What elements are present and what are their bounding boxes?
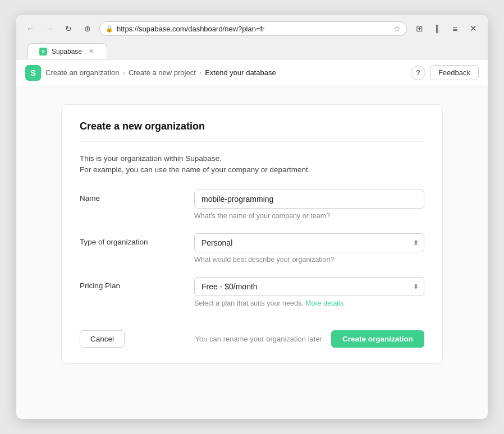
- chart-button[interactable]: ∥: [429, 21, 445, 36]
- breadcrumb-sep-2: ›: [199, 68, 201, 77]
- back-button[interactable]: ←: [23, 21, 38, 36]
- new-tab-button[interactable]: ⊕: [80, 21, 95, 36]
- create-organization-button[interactable]: Create organization: [331, 330, 424, 348]
- menu-button[interactable]: ≡: [447, 21, 463, 36]
- description-line1: This is your organization within Supabas…: [80, 153, 424, 164]
- pricing-select[interactable]: Free - $0/month Pro - $25/month Team - $…: [194, 277, 424, 296]
- breadcrumb-sep-1: ›: [123, 68, 125, 77]
- supabase-logo: S: [25, 65, 41, 81]
- url-text: https://supabase.com/dashboard/new?plan=…: [117, 25, 390, 33]
- card-description: This is your organization within Supabas…: [80, 153, 424, 176]
- reload-button[interactable]: ↻: [61, 21, 76, 36]
- type-label: Type of organization: [80, 233, 181, 246]
- pricing-field-row: Pricing Plan Free - $0/month Pro - $25/m…: [80, 277, 424, 307]
- app-bar: S Create an organization › Create a new …: [16, 59, 488, 86]
- pricing-select-wrapper: Free - $0/month Pro - $25/month Team - $…: [194, 277, 424, 296]
- tab-close-icon[interactable]: ✕: [86, 47, 95, 56]
- help-button[interactable]: ?: [411, 66, 425, 80]
- breadcrumb: Create an organization › Create a new pr…: [45, 68, 406, 77]
- name-hint: What's the name of your company or team?: [194, 212, 424, 220]
- type-hint: What would best describe your organizati…: [194, 256, 424, 264]
- feedback-button[interactable]: Feedback: [430, 65, 479, 80]
- pricing-hint: Select a plan that suits your needs. Mor…: [194, 299, 424, 307]
- browser-actions: ⊞ ∥ ≡ ✕: [411, 21, 481, 36]
- name-label: Name: [80, 190, 181, 202]
- browser-window: ← → ↻ ⊕ 🔒 https://supabase.com/dashboard…: [16, 15, 488, 419]
- tab-label: Supabase: [52, 48, 82, 56]
- main-content: Create a new organization This is your o…: [16, 86, 488, 419]
- browser-chrome: ← → ↻ ⊕ 🔒 https://supabase.com/dashboard…: [16, 15, 488, 59]
- breadcrumb-item-database[interactable]: Extend your database: [205, 68, 276, 77]
- pricing-label: Pricing Plan: [80, 277, 181, 290]
- type-field: Personal Company Educational Non-profit …: [194, 233, 424, 264]
- breadcrumb-item-org[interactable]: Create an organization: [45, 68, 120, 77]
- rename-hint-text: You can rename your organization later: [195, 335, 322, 343]
- cancel-button[interactable]: Cancel: [80, 330, 125, 348]
- card-footer: Cancel You can rename your organization …: [80, 321, 424, 348]
- type-select-wrapper: Personal Company Educational Non-profit …: [194, 233, 424, 252]
- name-input[interactable]: [194, 190, 424, 209]
- type-select[interactable]: Personal Company Educational Non-profit …: [194, 233, 424, 252]
- description-line2: For example, you can use the name of you…: [80, 164, 424, 176]
- grid-view-button[interactable]: ⊞: [411, 21, 427, 36]
- address-bar[interactable]: 🔒 https://supabase.com/dashboard/new?pla…: [99, 21, 407, 36]
- breadcrumb-item-project[interactable]: Create a new project: [129, 68, 196, 77]
- pricing-field: Free - $0/month Pro - $25/month Team - $…: [194, 277, 424, 307]
- close-button[interactable]: ✕: [465, 21, 481, 36]
- name-field: What's the name of your company or team?: [194, 190, 424, 220]
- create-org-card: Create a new organization This is your o…: [61, 104, 443, 364]
- lock-icon: 🔒: [106, 25, 113, 33]
- pricing-more-details-link[interactable]: More details: [305, 299, 343, 307]
- bookmark-icon[interactable]: ☆: [393, 24, 401, 33]
- app-bar-right: ? Feedback: [411, 65, 479, 80]
- tab-favicon: Supabase S: [39, 48, 47, 56]
- type-field-row: Type of organization Personal Company Ed…: [80, 233, 424, 264]
- forward-button[interactable]: →: [42, 21, 57, 36]
- name-field-row: Name What's the name of your company or …: [80, 190, 424, 220]
- card-title: Create a new organization: [80, 121, 424, 142]
- footer-right: You can rename your organization later C…: [195, 330, 424, 348]
- pricing-hint-text: Select a plan that suits your needs.: [194, 299, 304, 307]
- browser-tab[interactable]: Supabase S Supabase ✕: [28, 43, 107, 59]
- browser-tabs: Supabase S Supabase ✕: [23, 41, 481, 59]
